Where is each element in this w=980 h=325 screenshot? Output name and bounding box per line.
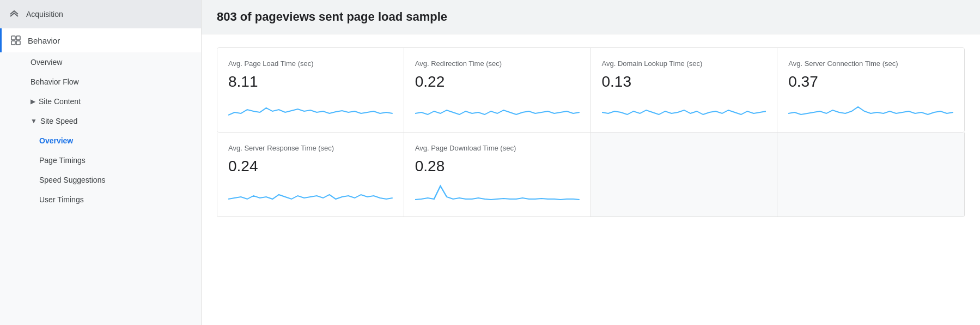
sidebar-sub-item-user-timings[interactable]: User Timings	[0, 190, 201, 209]
metric-label-server-connection: Avg. Server Connection Time (sec)	[788, 59, 953, 69]
page-title: 803 of pageviews sent page load sample	[217, 10, 965, 24]
sparkline-page-download	[415, 180, 580, 208]
sidebar-sub-item-page-timings[interactable]: Page Timings	[0, 151, 201, 170]
site-speed-label: Site Speed	[40, 117, 78, 125]
behavior-label: Behavior	[28, 36, 60, 45]
sparkline-server-connection	[788, 96, 953, 123]
sparkline-page-load	[228, 96, 393, 123]
metric-value-domain-lookup: 0.13	[602, 73, 766, 91]
metrics-grid-row2: Avg. Server Response Time (sec) 0.24 Avg…	[217, 133, 965, 217]
metric-card-empty-2	[777, 133, 964, 216]
metric-value-server-connection: 0.37	[788, 73, 953, 91]
metric-label-domain-lookup: Avg. Domain Lookup Time (sec)	[602, 59, 766, 69]
arrow-down-icon: ▼	[31, 117, 37, 125]
svg-rect-0	[11, 36, 15, 40]
sidebar-sub-item-speed-suggestions[interactable]: Speed Suggestions	[0, 170, 201, 190]
metric-value-page-download: 0.28	[415, 158, 580, 175]
metric-card-redirection: Avg. Redirection Time (sec) 0.22	[404, 48, 591, 132]
sparkline-domain-lookup	[602, 96, 766, 123]
svg-rect-3	[16, 41, 20, 45]
sidebar: Acquisition Behavior Overview Behavior F…	[0, 0, 202, 325]
metric-card-domain-lookup: Avg. Domain Lookup Time (sec) 0.13	[591, 48, 778, 132]
sidebar-sub-item-speed-overview[interactable]: Overview	[0, 131, 201, 151]
metric-value-redirection: 0.22	[415, 73, 580, 91]
metric-label-page-download: Avg. Page Download Time (sec)	[415, 143, 580, 153]
content-area: Avg. Page Load Time (sec) 8.11 Avg. Redi…	[202, 34, 980, 230]
site-content-label: Site Content	[39, 97, 81, 106]
metric-card-server-connection: Avg. Server Connection Time (sec) 0.37	[777, 48, 964, 132]
sidebar-sub-item-site-speed[interactable]: ▼ Site Speed	[0, 111, 201, 131]
metric-card-empty-1	[591, 133, 778, 216]
metric-card-page-load: Avg. Page Load Time (sec) 8.11	[217, 48, 404, 132]
sidebar-item-acquisition[interactable]: Acquisition	[0, 0, 201, 28]
sidebar-sub-item-overview[interactable]: Overview	[0, 52, 201, 72]
page-header: 803 of pageviews sent page load sample	[202, 0, 980, 34]
sidebar-sub-item-site-content[interactable]: ▶ Site Content	[0, 92, 201, 111]
acquisition-label: Acquisition	[26, 10, 63, 19]
metric-card-page-download: Avg. Page Download Time (sec) 0.28	[404, 133, 591, 216]
sidebar-item-behavior[interactable]: Behavior	[0, 28, 201, 52]
metric-label-server-response: Avg. Server Response Time (sec)	[228, 143, 393, 153]
svg-rect-1	[16, 36, 20, 40]
metric-value-page-load: 8.11	[228, 73, 393, 91]
main-content: 803 of pageviews sent page load sample A…	[202, 0, 980, 325]
metric-label-page-load: Avg. Page Load Time (sec)	[228, 59, 393, 69]
acquisition-icon	[9, 9, 20, 20]
sidebar-sub-item-behavior-flow[interactable]: Behavior Flow	[0, 72, 201, 92]
sparkline-server-response	[228, 180, 393, 208]
svg-rect-2	[11, 41, 15, 45]
metric-value-server-response: 0.24	[228, 158, 393, 175]
behavior-icon	[10, 35, 21, 46]
metrics-grid-row1: Avg. Page Load Time (sec) 8.11 Avg. Redi…	[217, 47, 965, 133]
metric-card-server-response: Avg. Server Response Time (sec) 0.24	[217, 133, 404, 216]
metric-label-redirection: Avg. Redirection Time (sec)	[415, 59, 580, 69]
arrow-right-icon: ▶	[31, 98, 35, 105]
sparkline-redirection	[415, 96, 580, 123]
